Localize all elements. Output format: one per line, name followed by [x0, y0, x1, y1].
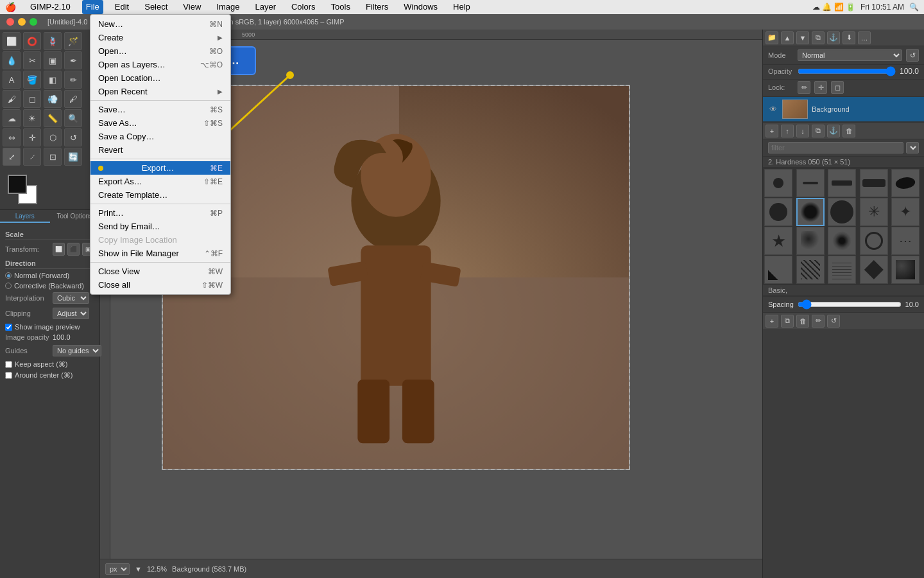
- brush-item-11[interactable]: ★: [764, 227, 792, 255]
- menu-revert[interactable]: Revert: [90, 143, 230, 157]
- new-layer-group-btn[interactable]: 📁: [766, 31, 778, 44]
- direction-corrective-radio[interactable]: [5, 283, 12, 289]
- brush-item-20[interactable]: [891, 256, 920, 284]
- menu-item-edit[interactable]: Edit: [111, 0, 133, 14]
- anchor-layer-btn[interactable]: ⚓: [827, 31, 840, 44]
- anchor-layer-btn2[interactable]: ⚓: [827, 125, 840, 137]
- edit-brush-btn[interactable]: ✏: [812, 315, 825, 328]
- brush-item-4[interactable]: [860, 169, 888, 197]
- menu-item-filters[interactable]: Filters: [362, 0, 392, 14]
- spotlight-icon[interactable]: 🔍: [909, 3, 919, 12]
- brush-item-10[interactable]: ✦: [891, 198, 920, 226]
- brush-item-9[interactable]: ✳: [860, 198, 888, 226]
- menu-export-as[interactable]: Export As… ⇧⌘E: [90, 175, 230, 188]
- around-center-checkbox[interactable]: [5, 372, 12, 379]
- menu-save-copy[interactable]: Save a Copy…: [90, 130, 230, 143]
- brush-item-14[interactable]: [860, 227, 888, 255]
- lower-layer-btn[interactable]: ↓: [796, 125, 809, 137]
- tool-scissors[interactable]: ✂: [23, 51, 41, 69]
- tool-color-picker[interactable]: 🔍: [64, 109, 82, 127]
- delete-layer-btn[interactable]: 🗑: [843, 125, 855, 137]
- tool-rect-select[interactable]: ⬜: [3, 32, 21, 50]
- brush-item-5[interactable]: [891, 169, 920, 197]
- show-preview-checkbox[interactable]: [5, 324, 12, 331]
- brush-item-16[interactable]: [764, 256, 792, 284]
- interpolation-select[interactable]: CubicLinearNone: [53, 292, 89, 304]
- menu-save[interactable]: Save… ⌘S: [90, 103, 230, 116]
- menu-item-windows[interactable]: Windows: [400, 0, 441, 14]
- tool-paths[interactable]: ✒: [64, 51, 82, 69]
- brush-item-1[interactable]: [764, 169, 792, 197]
- canvas-image[interactable]: [162, 85, 630, 470]
- foreground-color-swatch[interactable]: [8, 175, 27, 194]
- raise-layer-btn[interactable]: ↑: [781, 125, 794, 137]
- menu-open[interactable]: Open… ⌘O: [90, 44, 230, 58]
- brush-item-6[interactable]: [764, 198, 792, 226]
- tool-smudge[interactable]: ☁: [3, 109, 21, 127]
- lock-alpha-btn[interactable]: ◻: [831, 81, 844, 94]
- menu-print[interactable]: Print… ⌘P: [90, 206, 230, 220]
- tool-crop[interactable]: ⬡: [44, 128, 62, 146]
- duplicate-brush-btn[interactable]: ⧉: [781, 315, 794, 328]
- menu-item-gimp[interactable]: GIMP-2.10: [26, 0, 74, 14]
- menu-item-view[interactable]: View: [179, 0, 205, 14]
- tool-shear[interactable]: ⟋: [23, 148, 41, 166]
- menu-show-file-manager[interactable]: Show in File Manager ⌃⌘F: [90, 247, 230, 260]
- layer-down-btn[interactable]: ▼: [796, 31, 809, 44]
- tool-move[interactable]: ✛: [23, 128, 41, 146]
- transform-btn-1[interactable]: ⬜: [53, 243, 65, 256]
- menu-create[interactable]: Create ▶: [90, 31, 230, 44]
- brush-filter-input[interactable]: [768, 142, 903, 153]
- mode-select[interactable]: Normal: [798, 49, 902, 61]
- close-button[interactable]: [6, 18, 14, 26]
- tool-transform[interactable]: 🔄: [64, 148, 82, 166]
- tool-paint-bucket[interactable]: 🪣: [23, 71, 41, 89]
- keep-aspect-checkbox[interactable]: [5, 361, 12, 368]
- tool-pencil[interactable]: ✏: [64, 71, 82, 89]
- brush-item-15[interactable]: ⋯: [891, 227, 920, 255]
- tool-blend[interactable]: ◧: [44, 71, 62, 89]
- brush-item-12[interactable]: [796, 227, 825, 255]
- layer-item-background[interactable]: 👁 Background: [763, 97, 924, 122]
- menu-open-location[interactable]: Open Location…: [90, 71, 230, 85]
- direction-normal-radio[interactable]: [5, 272, 12, 279]
- guides-select[interactable]: No guides: [53, 345, 101, 356]
- menu-item-layer[interactable]: Layer: [251, 0, 280, 14]
- layer-overflow-btn[interactable]: …: [858, 31, 871, 44]
- apple-logo-icon[interactable]: 🍎: [5, 2, 16, 12]
- tool-eraser[interactable]: ◻: [23, 90, 41, 108]
- menu-save-as[interactable]: Save As… ⇧⌘S: [90, 116, 230, 130]
- brush-item-hardness[interactable]: [796, 198, 825, 226]
- maximize-button[interactable]: [30, 18, 37, 26]
- new-brush-btn[interactable]: +: [766, 315, 778, 328]
- brush-item-13[interactable]: [828, 227, 856, 255]
- menu-create-template[interactable]: Create Template…: [90, 188, 230, 202]
- tool-fuzzy-select[interactable]: 🪄: [64, 32, 82, 50]
- layer-up-btn[interactable]: ▲: [781, 31, 794, 44]
- delete-brush-btn[interactable]: 🗑: [796, 315, 809, 328]
- brush-view-select[interactable]: ▼: [906, 142, 919, 153]
- transform-btn-2[interactable]: ⬛: [67, 243, 80, 256]
- unit-select[interactable]: px: [105, 563, 130, 575]
- tool-measure[interactable]: 📏: [44, 109, 62, 127]
- tool-select-color[interactable]: 💧: [3, 51, 21, 69]
- brush-item-19[interactable]: [860, 256, 888, 284]
- brush-item-8[interactable]: [828, 198, 856, 226]
- tool-free-select[interactable]: 🪢: [44, 32, 62, 50]
- clipping-select[interactable]: AdjustClip: [53, 308, 89, 319]
- tool-scale[interactable]: ⤢: [3, 148, 21, 166]
- menu-new[interactable]: New… ⌘N: [90, 17, 230, 31]
- menu-send-email[interactable]: Send by Email…: [90, 220, 230, 233]
- menu-open-recent[interactable]: Open Recent ▶: [90, 85, 230, 98]
- brush-item-3[interactable]: [828, 169, 856, 197]
- tool-rotate[interactable]: ↺: [64, 128, 82, 146]
- tool-align[interactable]: ⇔: [3, 128, 21, 146]
- merge-layers-btn[interactable]: ⬇: [843, 31, 855, 44]
- tool-text[interactable]: A: [3, 71, 21, 89]
- minimize-button[interactable]: [18, 18, 26, 26]
- tool-perspective[interactable]: ⊡: [44, 148, 62, 166]
- tool-airbrush[interactable]: 💨: [44, 90, 62, 108]
- tool-paintbrush[interactable]: 🖌: [3, 90, 21, 108]
- menu-export[interactable]: Export… ⌘E: [90, 161, 230, 175]
- menu-close-view[interactable]: Close View ⌘W: [90, 265, 230, 278]
